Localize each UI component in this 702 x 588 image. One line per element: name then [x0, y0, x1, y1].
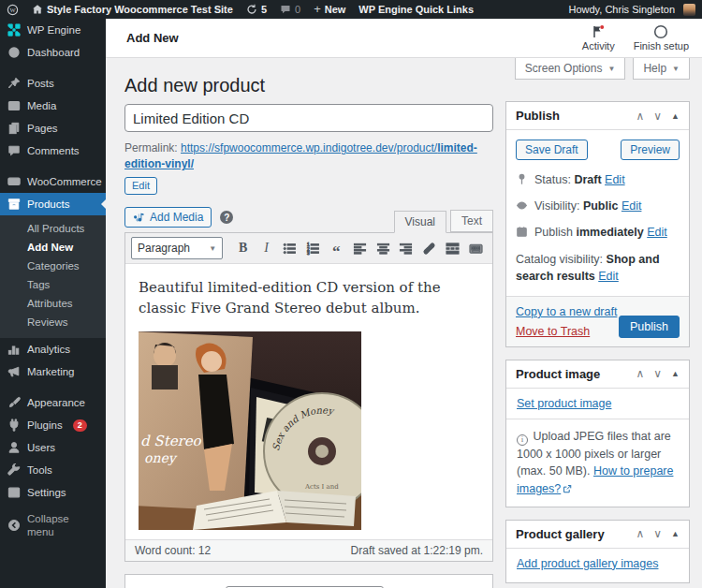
posts-pin-icon — [7, 77, 21, 90]
sidebar-item-woocommerce[interactable]: WooCommerce — [0, 170, 106, 193]
svg-text:oney: oney — [144, 450, 178, 466]
submenu-all-products[interactable]: All Products — [0, 219, 106, 238]
sidebar-item-wp-engine[interactable]: WP Engine — [0, 19, 106, 41]
updates-menu[interactable]: 5 — [240, 0, 273, 19]
finish-setup-button[interactable]: Finish setup — [634, 24, 689, 51]
add-media-button[interactable]: Add Media — [124, 207, 212, 228]
sidebar-item-analytics[interactable]: Analytics — [0, 338, 106, 360]
toggle-panel-icon[interactable]: ▲ — [671, 111, 680, 121]
collapse-menu-button[interactable]: Collapse menu — [0, 507, 106, 543]
svg-text:W: W — [9, 6, 16, 12]
edit-visibility-link[interactable]: Edit — [622, 199, 642, 213]
sidebar-item-appearance[interactable]: Appearance — [0, 391, 106, 414]
sidebar-item-media[interactable]: Media — [0, 95, 106, 117]
page-content: Add New Activity Finish setup Screen Opt… — [106, 19, 702, 588]
order-down-icon[interactable]: ∨ — [653, 367, 662, 380]
order-down-icon[interactable]: ∨ — [653, 527, 662, 540]
order-up-icon[interactable]: ∧ — [636, 367, 644, 380]
editor-area: Add Media ? Visual Text Paragraph ▼ B I — [124, 207, 493, 562]
sidebar-item-tools[interactable]: Tools — [0, 459, 106, 481]
sidebar-item-plugins[interactable]: Plugins 2 — [0, 414, 106, 436]
order-up-icon[interactable]: ∧ — [636, 110, 644, 123]
preview-button[interactable]: Preview — [621, 140, 680, 160]
menu-separator — [0, 64, 106, 72]
account-menu[interactable]: Howdy, Chris Singleton — [562, 4, 702, 16]
cd-product-photo[interactable]: and Money Sex and Money Acts I and — [139, 331, 361, 530]
word-count-value: 12 — [198, 544, 211, 557]
wordpress-menu[interactable]: W — [0, 0, 25, 19]
order-down-icon[interactable]: ∨ — [653, 110, 662, 123]
activity-button[interactable]: Activity — [582, 24, 615, 51]
info-icon: i — [517, 434, 528, 446]
visual-tab[interactable]: Visual — [394, 211, 446, 233]
updates-count: 5 — [261, 4, 267, 15]
editor-content[interactable]: Beautiful limited-edition CD version of … — [125, 264, 492, 539]
wpengine-quick-links[interactable]: WP Engine Quick Links — [352, 0, 480, 19]
comments-menu[interactable]: 0 — [273, 0, 307, 19]
permalink-label: Permalink: — [124, 141, 178, 154]
submenu-reviews[interactable]: Reviews — [0, 313, 106, 331]
toolbar-toggle-button[interactable] — [465, 237, 487, 259]
edit-status-link[interactable]: Edit — [605, 173, 625, 186]
permalink-url-link[interactable]: https://sfpwoocommerce.wp.indigotree.dev… — [124, 141, 477, 170]
submenu-categories[interactable]: Categories — [0, 257, 106, 275]
sidebar-item-users[interactable]: Users — [0, 436, 106, 459]
save-draft-button[interactable]: Save Draft — [516, 140, 588, 160]
sidebar-item-marketing[interactable]: Marketing — [0, 360, 106, 383]
add-product-gallery-images-link[interactable]: Add product gallery images — [517, 557, 658, 570]
paragraph-format-select[interactable]: Paragraph ▼ — [131, 237, 223, 259]
product-gallery-box-title: Product gallery — [516, 527, 636, 541]
align-right-button[interactable] — [395, 237, 417, 259]
set-product-image-link[interactable]: Set product image — [517, 397, 611, 410]
submenu-tags[interactable]: Tags — [0, 275, 106, 294]
chevron-down-icon: ▼ — [672, 65, 680, 73]
product-image-box-header[interactable]: Product image ∧ ∨ ▲ — [506, 360, 689, 389]
text-tab[interactable]: Text — [450, 210, 493, 232]
sidebar-item-products[interactable]: Products — [0, 193, 106, 215]
submenu-attributes[interactable]: Attributes — [0, 294, 106, 313]
external-link-icon — [563, 484, 572, 493]
product-gallery-box-header[interactable]: Product gallery ∧ ∨ ▲ — [506, 521, 689, 549]
align-center-button[interactable] — [373, 237, 394, 259]
sidebar-item-dashboard[interactable]: Dashboard — [0, 41, 106, 64]
catalog-visibility-label: Catalog visibility: — [516, 253, 603, 266]
publish-box-header[interactable]: Publish ∧ ∨ ▲ — [506, 102, 689, 130]
edit-publish-time-link[interactable]: Edit — [647, 226, 667, 239]
publish-button[interactable]: Publish — [619, 316, 680, 338]
order-up-icon[interactable]: ∧ — [636, 527, 644, 540]
product-title-input[interactable] — [124, 104, 493, 132]
pages-icon — [7, 122, 21, 135]
toggle-panel-icon[interactable]: ▲ — [671, 369, 680, 378]
insert-link-button[interactable] — [418, 237, 440, 259]
sidebar-item-label: Marketing — [27, 365, 75, 378]
permalink-edit-button[interactable]: Edit — [124, 177, 157, 196]
toggle-panel-icon[interactable]: ▲ — [671, 529, 680, 538]
site-menu[interactable]: Style Factory Woocommerce Test Site — [25, 0, 240, 19]
new-menu[interactable]: + New — [307, 0, 352, 19]
edit-catalog-visibility-link[interactable]: Edit — [598, 270, 619, 283]
avatar — [683, 4, 695, 16]
sidebar-item-pages[interactable]: Pages — [0, 117, 106, 140]
page-top-bar: Add New Activity Finish setup — [106, 19, 702, 58]
sidebar-item-label: Plugins — [27, 419, 63, 432]
bold-button[interactable]: B — [232, 237, 254, 259]
blockquote-button[interactable]: “ — [326, 237, 347, 259]
bulleted-list-button[interactable] — [279, 237, 300, 259]
plus-icon: + — [314, 5, 321, 14]
italic-button[interactable]: I — [256, 237, 277, 259]
editor-help-icon[interactable]: ? — [220, 211, 233, 224]
marketing-megaphone-icon — [7, 365, 21, 378]
sidebar-item-settings[interactable]: Settings — [0, 481, 106, 504]
screen-options-tab[interactable]: Screen Options ▼ — [515, 58, 626, 80]
read-more-button[interactable] — [442, 237, 463, 259]
finish-setup-label: Finish setup — [634, 40, 689, 51]
numbered-list-button[interactable]: 123 — [302, 237, 324, 259]
image-upload-info: i Upload JPEG files that are 1000 x 1000… — [506, 419, 689, 507]
sidebar-item-comments[interactable]: Comments — [0, 140, 106, 162]
move-to-trash-link[interactable]: Move to Trash — [516, 325, 617, 338]
sidebar-item-posts[interactable]: Posts — [0, 72, 106, 95]
submenu-add-new[interactable]: Add New — [0, 238, 106, 257]
help-tab[interactable]: Help ▼ — [633, 58, 690, 80]
copy-to-new-draft-link[interactable]: Copy to a new draft — [516, 305, 617, 318]
align-left-button[interactable] — [349, 237, 371, 259]
